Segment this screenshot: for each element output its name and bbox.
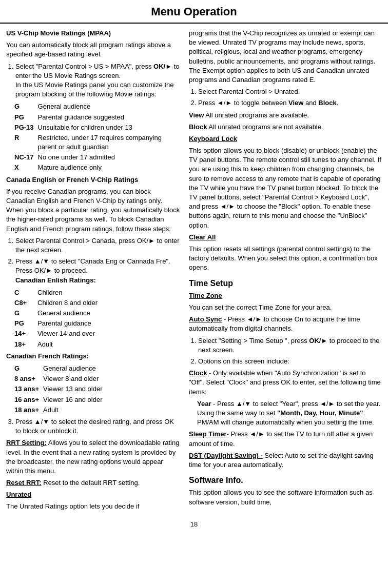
- view-text: View All unrated programs are available.: [189, 111, 382, 120]
- sleep-timer: Sleep Timer- Press ◄/► to set the TV to …: [189, 430, 382, 448]
- table-row: XMature audience only: [14, 163, 181, 173]
- year-text: Year - Press ▲/▼ to select "Year", press…: [197, 399, 382, 428]
- table-row: C8+Children 8 and older: [14, 298, 102, 308]
- table-row: 18+Adult: [14, 339, 102, 350]
- dst: DST (Daylight Saving) - Select Auto to s…: [189, 451, 382, 470]
- section2-p1: If you receive Canadian programs, you ca…: [6, 187, 181, 234]
- time-zone-head: Time Zone: [189, 291, 382, 300]
- section1-p1: You can automatically block all program …: [6, 40, 181, 59]
- unrated-steps: Select Parental Control > Unrated. Press…: [198, 87, 382, 108]
- table-row: GGeneral audience: [14, 363, 106, 374]
- list-item: Press ▲/▼ to select "Canada Eng or Canna…: [15, 257, 181, 285]
- list-item: Options on this screen include:: [198, 357, 382, 366]
- table-row: 14+Viewer 14 and over: [14, 329, 102, 339]
- table-row: 18 ans+Adult: [14, 405, 106, 415]
- page-number: 18: [190, 520, 198, 528]
- section2-step3-list: Press ▲/▼ to select the desired rating, …: [15, 417, 181, 436]
- time-setup-heading: Time Setup: [189, 278, 382, 289]
- section1-step1: Select "Parental Control > US > MPAA", p…: [15, 62, 181, 99]
- list-item: Press ◄/► to toggle between View and Blo…: [198, 98, 382, 108]
- section1-title: US V-Chip Movie Ratings (MPAA): [6, 29, 181, 38]
- table-row: GGeneral audience: [14, 308, 102, 318]
- list-item: Select Parental Control > Canada, press …: [15, 236, 181, 255]
- table-row: PG-13Unsuitable for children under 13: [14, 123, 181, 133]
- page-header: Menu Operation: [0, 0, 388, 24]
- auto-sync: Auto Sync - Press ◄/► to choose On to ac…: [189, 315, 382, 333]
- canadian-english-ratings-table: CChildren C8+Children 8 and older GGener…: [14, 288, 102, 350]
- table-row: PGParental guidance suggested: [14, 112, 181, 123]
- reset-rrt: Reset RRT: Reset to the default RRT sett…: [6, 478, 181, 488]
- auto-sync-steps: Select "Setting > Time Setup ", press OK…: [198, 336, 382, 367]
- canadian-french-ratings-table: GGeneral audience 8 ans+Viewer 8 and old…: [14, 363, 106, 415]
- table-row: 13 ans+Viewer 13 and older: [14, 384, 106, 394]
- software-info-heading: Software Info.: [189, 475, 382, 486]
- keyboard-lock-head: Keyboard Lock: [189, 134, 382, 144]
- clear-all-text: This option resets all settings (parenta…: [189, 245, 382, 273]
- table-row: 16 ans+Viewer 16 and older: [14, 395, 106, 405]
- section2-steps: Select Parental Control > Canada, press …: [15, 236, 181, 285]
- clock-text: Clock - Only available when "Auto Synchr…: [189, 369, 382, 397]
- table-row: 8 ans+Viewer 8 and older: [14, 374, 106, 384]
- section2-title: Canada English or French V-Chip Ratings: [6, 175, 181, 185]
- list-item: Press ▲/▼ to select the desired rating, …: [15, 417, 181, 436]
- table-row: GGeneral audience: [14, 102, 181, 112]
- rrt-setting: RRT Setting: Allows you to select the do…: [6, 438, 181, 476]
- table-row: RRestricted, under 17 requires companyin…: [14, 133, 181, 152]
- unrated-head: Unrated: [6, 490, 181, 499]
- unrated-continued: programs that the V-Chip recognizes as u…: [189, 29, 382, 85]
- canadian-french-title: Canadian French Ratings:: [6, 352, 181, 361]
- table-row: NC-17No one under 17 admitted: [14, 152, 181, 163]
- time-zone-text: You can set the correct Time Zone for yo…: [189, 303, 382, 312]
- list-item: Select "Setting > Time Setup ", press OK…: [198, 336, 382, 355]
- clear-all-head: Clear All: [189, 233, 382, 242]
- table-row: CChildren: [14, 288, 102, 298]
- mpaa-ratings-table: GGeneral audience PGParental guidance su…: [14, 102, 181, 173]
- keyboard-lock-text: This option allows you to block (disable…: [189, 146, 382, 230]
- block-text: Block All unrated programs are not avail…: [189, 123, 382, 132]
- software-info-text: This option allows you to see the softwa…: [189, 488, 382, 506]
- unrated-text: The Unrated Ratings option lets you deci…: [6, 502, 181, 511]
- list-item: Select Parental Control > Unrated.: [198, 87, 382, 96]
- table-row: PGParental guidance: [14, 318, 102, 329]
- section1-steps: Select "Parental Control > US > MPAA", p…: [15, 62, 181, 99]
- right-column: programs that the V-Chip recognizes as u…: [189, 29, 382, 514]
- left-column: US V-Chip Movie Ratings (MPAA) You can a…: [6, 29, 181, 514]
- page-footer: 18: [0, 520, 388, 528]
